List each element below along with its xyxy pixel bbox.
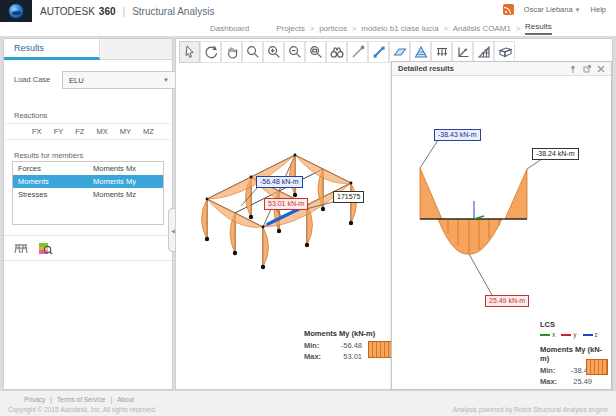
reaction-mz-button[interactable]: MZ (141, 126, 156, 137)
breadcrumb-separator: > (352, 25, 356, 32)
min-moment-label: -56.48 kN-m (256, 176, 303, 188)
breadcrumb-separator: > (516, 25, 520, 32)
breadcrumb-separator: > (310, 25, 314, 32)
load-case-label: Load Case (14, 75, 50, 84)
list-item-forces[interactable]: Forces (13, 162, 88, 175)
panel-icon-strip (4, 235, 172, 261)
detailed-results-panel: Detailed results (391, 61, 612, 390)
breadcrumb-dashboard[interactable]: Dashboard (210, 24, 249, 33)
terms-link[interactable]: Terms of Service (57, 396, 105, 403)
chevron-down-icon: ▼ (575, 7, 581, 13)
detailed-results-title: Detailed results (398, 64, 454, 73)
frame-view-icon[interactable] (12, 239, 30, 257)
user-name: Oscar Liebana (524, 5, 573, 14)
lcs-y-label: y (573, 331, 576, 338)
detailed-legend-min-label: Min: (540, 366, 564, 375)
reactions-title: Reactions (14, 111, 47, 120)
results-tab-row: Results (4, 39, 172, 60)
reactions-strip: FX FY FZ MX MY MZ (4, 123, 172, 140)
legend-max-label: Max: (304, 352, 328, 361)
legend-max-value: 53.01 (328, 352, 362, 361)
lcs-x-axis-swatch (540, 334, 550, 336)
legend-min-value: -56.48 (328, 341, 362, 350)
list-item-moments-mx[interactable]: Moments Mx (88, 162, 163, 175)
legend-color-swatch (368, 341, 392, 358)
lcs-z-label: z (595, 331, 598, 338)
breadcrumb: Dashboard Projects > porticos > modelo b… (210, 22, 552, 35)
breadcrumb-analysis[interactable]: Análisis COAM1 (453, 24, 511, 33)
lcs-y-axis-swatch (561, 334, 571, 336)
load-case-row: Load Case ELU ▼ (14, 75, 182, 84)
members-title: Results for members (14, 151, 83, 160)
tab-results[interactable]: Results (4, 39, 100, 60)
detailed-results-icon[interactable] (36, 239, 54, 257)
detailed-legend-max-label: Max: (540, 377, 564, 386)
detailed-results-header: Detailed results (392, 62, 611, 76)
results-for-members-list: Forces Moments Stresses Moments Mx Momen… (12, 161, 164, 225)
legend-min-label: Min: (304, 341, 328, 350)
brand-divider: | (123, 6, 126, 17)
app-title: Structural Analysis (132, 6, 214, 17)
result-type-column: Forces Moments Stresses (13, 162, 88, 224)
detailed-legend-color-swatch (586, 359, 608, 375)
header-right: Oscar Liebana ▼ Help (503, 4, 606, 15)
reaction-fz-button[interactable]: FZ (73, 126, 86, 137)
breadcrumb-porticos[interactable]: porticos (319, 24, 347, 33)
diagram-left-value-label: -38.43 kN-m (434, 129, 481, 141)
brand-line: AUTODESK 360 | Structural Analysis (40, 3, 214, 19)
pin-icon[interactable] (568, 64, 577, 73)
reaction-fy-button[interactable]: FY (52, 126, 66, 137)
diagram-bottom-value-label: 25.49 kN-m (485, 295, 529, 307)
about-link[interactable]: About (117, 396, 134, 403)
load-case-select[interactable]: ELU ▼ (62, 71, 176, 89)
footer: Privacy | Terms of Service | About Copyr… (0, 390, 616, 416)
top-bar: AUTODESK 360 | Structural Analysis Oscar… (0, 0, 616, 36)
breadcrumb-projects[interactable]: Projects (276, 24, 305, 33)
breadcrumb-separator: > (444, 25, 448, 32)
user-menu[interactable]: Oscar Liebana ▼ (524, 5, 581, 14)
lcs-legend: LCS x y z (540, 320, 598, 338)
list-item-moments-my[interactable]: Moments My (88, 175, 163, 188)
results-panel: Results Load Case ELU ▼ Reactions FX FY … (3, 38, 173, 390)
lcs-title: LCS (540, 320, 598, 329)
notifications-icon[interactable] (503, 4, 514, 15)
footer-link-separator: | (110, 396, 112, 403)
autodesk-360-logo[interactable] (0, 0, 32, 22)
chevron-down-icon: ▼ (163, 77, 169, 83)
list-item-moments-mz[interactable]: Moments Mz (88, 188, 163, 201)
brand-number: 360 (99, 6, 116, 17)
member-id-tooltip: 171575 (333, 191, 364, 203)
breadcrumb-model[interactable]: modelo b1 clase lucía (361, 24, 438, 33)
member-moment-diagram[interactable] (392, 76, 611, 316)
powered-by-text: Analysis powered by Robot Structural Ana… (453, 406, 608, 413)
brand-name: AUTODESK (40, 6, 95, 17)
model-viewport[interactable]: -56.48 kN-m 53.01 kN-m 171575 Moments My… (175, 38, 613, 390)
reaction-mx-button[interactable]: MX (94, 126, 109, 137)
breadcrumb-results[interactable]: Results (525, 22, 552, 35)
autodesk-360-orb-icon (8, 3, 24, 19)
privacy-link[interactable]: Privacy (24, 396, 45, 403)
copyright-text: Copyright © 2015 Autodesk, Inc. All righ… (8, 406, 157, 413)
list-item-moments[interactable]: Moments (13, 175, 88, 188)
load-case-value: ELU (69, 76, 84, 85)
lcs-x-label: x (552, 331, 555, 338)
max-moment-label: 53.01 kN-m (264, 198, 308, 210)
component-column: Moments Mx Moments My Moments Mz (88, 162, 163, 224)
list-item-stresses[interactable]: Stresses (13, 188, 88, 201)
reaction-my-button[interactable]: MY (118, 126, 133, 137)
detailed-legend-max-value: 25.49 (564, 377, 592, 386)
diagram-right-value-label: -38.24 kN-m (532, 148, 579, 160)
help-link[interactable]: Help (591, 5, 606, 14)
lcs-z-axis-swatch (583, 334, 593, 336)
footer-links: Privacy | Terms of Service | About (24, 396, 134, 403)
app-window: AUTODESK 360 | Structural Analysis Oscar… (0, 0, 616, 416)
close-icon[interactable] (596, 64, 605, 73)
detailed-legend: Moments My (kN-m) Min:-38.43 Max:25.49 (540, 345, 610, 386)
reaction-fx-button[interactable]: FX (30, 126, 44, 137)
popout-icon[interactable] (582, 64, 591, 73)
footer-link-separator: | (50, 396, 52, 403)
